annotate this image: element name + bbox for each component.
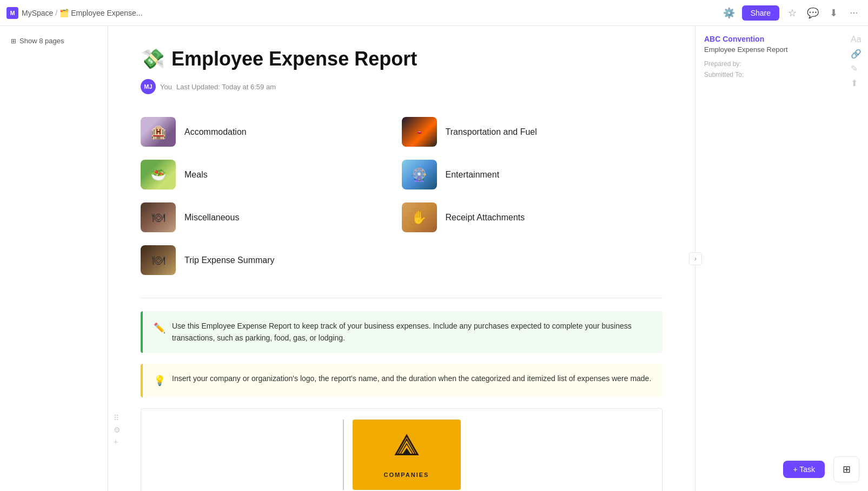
add-block-icon[interactable]: + (114, 437, 121, 446)
task-button[interactable]: + Task (783, 461, 825, 478)
right-panel-submitted-to: Submitted To: (704, 71, 859, 78)
right-panel-prepared-by: Prepared by: (704, 60, 859, 68)
upload-icon[interactable]: ⬆ (851, 78, 862, 88)
right-panel-title[interactable]: ABC Convention (704, 35, 859, 43)
page-label-receipt: Receipt Attachments (446, 213, 525, 222)
page-item-trip[interactable]: 🍽 Trip Expense Summary (141, 239, 402, 281)
more-icon[interactable]: ··· (846, 7, 862, 18)
entertainment-icon: 🎡 (411, 167, 427, 182)
main-content: 💸 Employee Expense Report MJ You Last Up… (108, 26, 695, 491)
font-size-icon[interactable]: Aa (851, 35, 862, 44)
block-controls: ⠿ ⚙ + (114, 414, 121, 446)
page-label-accommodation: Accommodation (184, 127, 247, 137)
page-item-accommodation[interactable]: 🏨 Accommodation (141, 110, 402, 153)
breadcrumb: MySpace / 🗂️ Employee Expense... (22, 9, 143, 17)
page-title: Employee Expense Report (171, 48, 417, 70)
edit-icon[interactable]: ✎ (851, 63, 862, 74)
company-logo-text: COMPANIES (384, 472, 429, 478)
page-thumb-accommodation: 🏨 (141, 117, 176, 147)
misc-icon: 🍽 (152, 210, 165, 225)
author-line: MJ You Last Updated: Today at 6:59 am (141, 79, 662, 94)
page-item-entertainment[interactable]: 🎡 Entertainment (402, 153, 663, 196)
chat-icon[interactable]: 💬 (805, 7, 820, 19)
app-logo[interactable]: M (6, 7, 18, 19)
page-item-transport[interactable]: 🚗 Transportation and Fuel (402, 110, 663, 153)
page-thumb-receipt: ✋ (402, 202, 437, 232)
callout-green-text: Use this Employee Expense Report to keep… (172, 320, 652, 344)
page-title-icon: 💸 (141, 48, 165, 70)
callout-yellow-text: Insert your company or organization's lo… (172, 372, 651, 384)
accommodation-icon: 🏨 (150, 125, 167, 140)
pages-grid: 🏨 Accommodation 🚗 Transportation and Fue… (141, 110, 662, 281)
callout-green: ✏️ Use this Employee Expense Report to k… (141, 311, 662, 353)
page-item-misc[interactable]: 🍽 Miscellaneous (141, 196, 402, 239)
page-thumb-transport: 🚗 (402, 117, 437, 147)
share-button[interactable]: Share (742, 5, 779, 21)
company-logo-box: COMPANIES (353, 420, 461, 490)
callout-yellow-icon: 💡 (154, 373, 165, 389)
topbar: M MySpace / 🗂️ Employee Expense... ⚙️ Sh… (0, 0, 868, 26)
breadcrumb-page[interactable]: Employee Expense... (71, 9, 142, 17)
transport-icon: 🚗 (416, 129, 422, 134)
divider (141, 298, 662, 298)
right-panel: Aa 🔗 ✎ ⬆ › ABC Convention Employee Expen… (695, 26, 868, 491)
apps-button[interactable]: ⊞ (833, 456, 859, 482)
page-label-transport: Transportation and Fuel (446, 127, 537, 137)
drag-handle-icon[interactable]: ⠿ (114, 414, 121, 422)
page-thumb-entertainment: 🎡 (402, 160, 437, 189)
sidebar-toggle-label: Show 8 pages (19, 37, 64, 45)
last-updated: Last Updated: Today at 6:59 am (176, 83, 276, 91)
page-thumb-trip: 🍽 (141, 245, 176, 275)
page-title-area: 💸 Employee Expense Report (141, 48, 662, 70)
logo-section: ⠿ ⚙ + (141, 408, 662, 491)
logo-inner: COMPANIES (343, 420, 461, 490)
callout-yellow: 💡 Insert your company or organization's … (141, 364, 662, 397)
breadcrumb-myspace[interactable]: MySpace (22, 9, 53, 17)
link-icon[interactable]: 🔗 (851, 49, 862, 59)
apps-icon: ⊞ (843, 463, 851, 475)
breadcrumb-emoji: 🗂️ (59, 9, 69, 17)
settings-icon[interactable]: ⚙️ (721, 7, 737, 19)
logo-container: COMPANIES (141, 408, 662, 491)
sidebar-toggle-icon: ⊞ (11, 37, 16, 45)
panel-collapse-icon[interactable]: › (689, 252, 702, 265)
settings-block-icon[interactable]: ⚙ (114, 425, 121, 434)
sidebar: ⊞ Show 8 pages (0, 26, 108, 491)
right-panel-subtitle: Employee Expense Report (704, 45, 859, 54)
topbar-right: ⚙️ Share ☆ 💬 ⬇ ··· (721, 5, 862, 21)
breadcrumb-sep1: / (55, 9, 57, 17)
star-icon[interactable]: ☆ (785, 7, 800, 19)
right-panel-icons: Aa 🔗 ✎ ⬆ (851, 35, 862, 88)
vertical-divider (343, 420, 344, 490)
page-label-misc: Miscellaneous (184, 213, 239, 222)
page-thumb-meals: 🥗 (141, 160, 176, 189)
page-label-meals: Meals (184, 170, 208, 180)
page-item-receipt[interactable]: ✋ Receipt Attachments (402, 196, 663, 239)
sidebar-toggle[interactable]: ⊞ Show 8 pages (6, 35, 101, 47)
callout-green-icon: ✏️ (154, 320, 165, 336)
author-name: You (160, 83, 172, 91)
page-label-entertainment: Entertainment (446, 170, 500, 180)
company-logo-svg (385, 431, 428, 469)
meals-icon: 🥗 (150, 167, 167, 182)
avatar: MJ (141, 79, 156, 94)
page-label-trip: Trip Expense Summary (184, 256, 275, 265)
receipt-icon: ✋ (411, 210, 427, 225)
page-item-meals[interactable]: 🥗 Meals (141, 153, 402, 196)
topbar-left: M MySpace / 🗂️ Employee Expense... (6, 7, 143, 19)
page-thumb-misc: 🍽 (141, 202, 176, 232)
layout: ⊞ Show 8 pages 💸 Employee Expense Report… (0, 26, 868, 491)
download-icon[interactable]: ⬇ (826, 7, 841, 19)
trip-icon: 🍽 (152, 253, 165, 268)
